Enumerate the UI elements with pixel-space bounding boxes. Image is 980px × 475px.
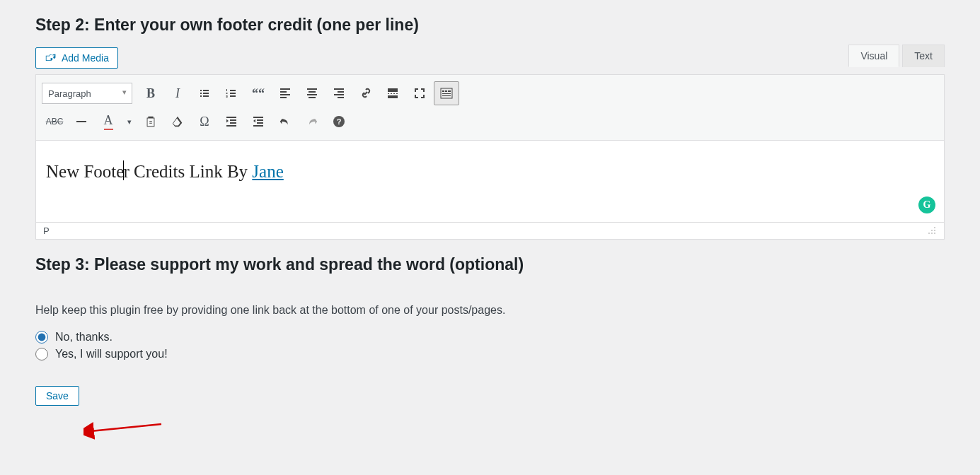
text-color-dropdown-icon[interactable]: ▾ (122, 110, 137, 134)
editor-tabs: Visual Text (35, 45, 945, 67)
clear-format-button[interactable] (165, 110, 190, 134)
tab-text[interactable]: Text (902, 45, 945, 67)
svg-rect-1 (76, 121, 86, 122)
tab-visual[interactable]: Visual (848, 45, 899, 67)
align-left-button[interactable] (272, 81, 298, 105)
camera-music-icon (45, 52, 57, 64)
svg-line-4 (91, 424, 161, 431)
editor-toolbar: Paragraph B I ““ ABC A ▾ Ω (36, 75, 944, 141)
outdent-button[interactable] (219, 110, 244, 134)
link-button[interactable] (353, 81, 379, 105)
save-button[interactable]: Save (35, 386, 79, 406)
step3-heading: Step 3: Please support my work and sprea… (35, 240, 945, 287)
radio-yes-input[interactable] (35, 348, 48, 360)
numbered-list-button[interactable] (219, 81, 244, 105)
editor-body[interactable]: New Footer Credits Link By Jane G (36, 141, 944, 222)
text-color-button[interactable]: A (96, 110, 121, 134)
add-media-label: Add Media (62, 52, 109, 64)
editor-link[interactable]: Jane (252, 162, 283, 181)
radio-no-thanks[interactable]: No, thanks. (35, 331, 945, 344)
grammarly-icon[interactable]: G (918, 197, 935, 213)
editor-text-mid: r Credits Link By (123, 162, 252, 181)
strikethrough-button[interactable]: ABC (42, 110, 67, 134)
help-button[interactable]: ? (326, 110, 352, 134)
redo-button[interactable] (299, 110, 325, 134)
radio-no-label: No, thanks. (55, 331, 113, 344)
annotation-arrow-icon (83, 420, 168, 441)
editor-container: Paragraph B I ““ ABC A ▾ Ω (35, 74, 945, 240)
step3-help-text: Help keep this plugin free by providing … (35, 304, 945, 317)
step2-heading: Step 2: Enter your own footer credit (on… (35, 0, 945, 47)
horizontal-rule-button[interactable] (69, 110, 94, 134)
undo-button[interactable] (272, 110, 298, 134)
radio-no-input[interactable] (35, 331, 48, 344)
toolbar-row-2: ABC A ▾ Ω ? (42, 107, 938, 136)
blockquote-button[interactable]: ““ (246, 81, 271, 105)
bullet-list-button[interactable] (192, 81, 217, 105)
resize-handle-icon[interactable] (928, 227, 937, 235)
paste-text-button[interactable] (138, 110, 163, 134)
align-right-button[interactable] (326, 81, 352, 105)
toolbar-toggle-button[interactable] (434, 81, 459, 105)
radio-yes-label: Yes, I will support you! (55, 348, 168, 360)
align-center-button[interactable] (299, 81, 325, 105)
radio-yes-support[interactable]: Yes, I will support you! (35, 348, 945, 360)
read-more-button[interactable] (380, 81, 405, 105)
fullscreen-button[interactable] (407, 81, 432, 105)
bold-button[interactable]: B (138, 81, 163, 105)
editor-text-prefix: New Foote (46, 162, 124, 181)
special-char-button[interactable]: Ω (192, 110, 217, 134)
format-select[interactable]: Paragraph (42, 83, 132, 104)
add-media-button[interactable]: Add Media (35, 47, 118, 69)
status-path: P (43, 225, 50, 236)
toolbar-row-1: Paragraph B I ““ (42, 79, 938, 107)
editor-statusbar: P (36, 222, 944, 239)
indent-button[interactable] (246, 110, 271, 134)
italic-button[interactable]: I (165, 81, 190, 105)
svg-text:?: ? (337, 117, 342, 126)
